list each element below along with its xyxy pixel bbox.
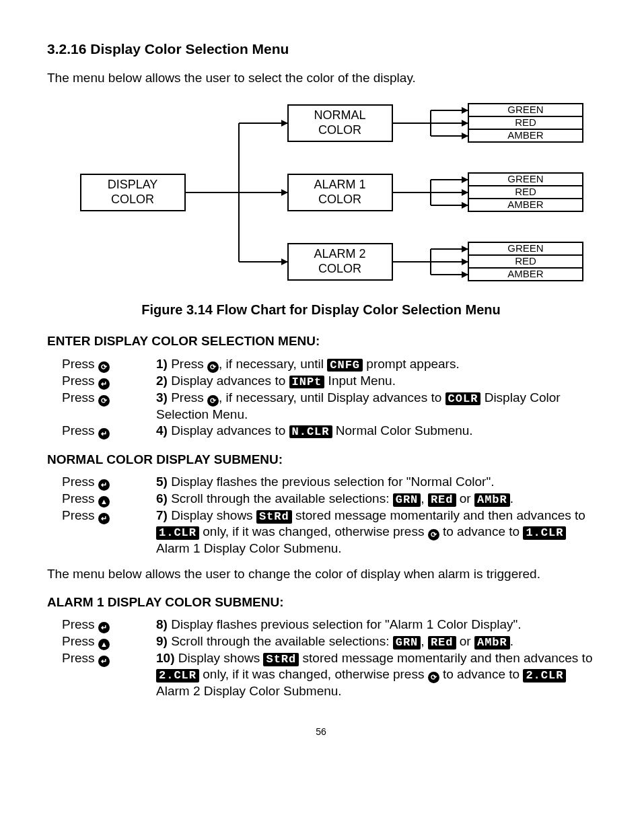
menu-icon: ⟳: [428, 529, 439, 540]
display-code: AMbR: [474, 636, 510, 650]
svg-text:RED: RED: [515, 186, 536, 197]
svg-text:COLOR: COLOR: [318, 123, 361, 137]
display-code: REd: [428, 493, 456, 507]
svg-text:AMBER: AMBER: [507, 268, 544, 279]
enter-heading: ENTER DISPLAY COLOR SELECTION MENU:: [47, 333, 595, 349]
display-code: AMbR: [474, 493, 510, 507]
display-code: 2.CLR: [156, 669, 199, 682]
instruction-step: Press ▲9) Scroll through the available s…: [62, 633, 595, 650]
svg-marker-16: [462, 107, 468, 114]
note-text: The menu below allows the user to change…: [47, 566, 595, 582]
svg-text:ALARM 1: ALARM 1: [314, 178, 365, 191]
svg-text:ALARM 2: ALARM 2: [314, 247, 365, 260]
svg-marker-23: [462, 258, 468, 265]
display-code: StRd: [256, 510, 292, 524]
svg-marker-17: [462, 120, 468, 127]
instruction-step: Press ▲6) Scroll through the available s…: [62, 491, 595, 508]
svg-text:GREEN: GREEN: [507, 104, 543, 115]
svg-text:DISPLAY: DISPLAY: [108, 178, 158, 191]
display-code: 1.CLR: [523, 526, 566, 540]
display-code: GRN: [393, 636, 421, 650]
instruction-step: Press ↵10) Display shows StRd stored mes…: [62, 650, 595, 699]
alarm1-steps: Press ↵8) Display flashes previous selec…: [62, 617, 595, 699]
instruction-step: Press ↵2) Display advances to INPt Input…: [62, 373, 595, 390]
svg-marker-14: [281, 189, 288, 196]
svg-text:RED: RED: [515, 255, 536, 267]
enter-icon: ↵: [98, 513, 110, 524]
flowchart: DISPLAYCOLOR NORMALCOLOR ALARM 1COLOR AL…: [74, 98, 595, 293]
svg-text:COLOR: COLOR: [111, 193, 154, 206]
enter-icon: ↵: [98, 428, 110, 440]
display-code: COLR: [445, 392, 481, 406]
svg-marker-21: [462, 202, 468, 209]
svg-text:AMBER: AMBER: [507, 129, 544, 141]
menu-icon: ⟳: [207, 395, 219, 407]
instruction-step: Press ↵5) Display flashes the previous s…: [62, 474, 595, 491]
svg-marker-24: [462, 271, 468, 278]
up-icon: ▲: [98, 639, 110, 650]
section-heading: 3.2.16 Display Color Selection Menu: [47, 40, 595, 58]
enter-steps: Press ⟳1) Press ⟳, if necessary, until C…: [62, 356, 595, 440]
display-code: StRd: [263, 653, 299, 666]
menu-icon: ⟳: [207, 361, 219, 373]
display-code: 1.CLR: [156, 526, 199, 540]
display-code: CNFG: [327, 359, 363, 372]
svg-marker-20: [462, 189, 468, 196]
figure-caption: Figure 3.14 Flow Chart for Display Color…: [47, 302, 595, 318]
menu-icon: ⟳: [428, 672, 439, 683]
svg-text:AMBER: AMBER: [507, 199, 544, 210]
enter-icon: ↵: [98, 656, 110, 667]
instruction-step: Press ↵7) Display shows StRd stored mess…: [62, 508, 595, 557]
normal-steps: Press ↵5) Display flashes the previous s…: [62, 474, 595, 557]
menu-icon: ⟳: [98, 361, 110, 373]
enter-icon: ↵: [98, 622, 110, 633]
svg-text:GREEN: GREEN: [507, 242, 543, 254]
instruction-step: Press ↵8) Display flashes previous selec…: [62, 617, 595, 633]
normal-heading: NORMAL COLOR DISPLAY SUBMENU:: [47, 452, 595, 468]
instruction-step: Press ⟳3) Press ⟳, if necessary, until D…: [62, 390, 595, 423]
menu-icon: ⟳: [98, 395, 110, 407]
svg-marker-22: [462, 246, 468, 252]
svg-marker-18: [462, 133, 468, 139]
svg-text:COLOR: COLOR: [318, 193, 361, 206]
intro-text: The menu below allows the user to select…: [47, 70, 595, 86]
display-code: INPt: [289, 376, 325, 389]
svg-marker-15: [281, 258, 288, 265]
display-code: REd: [428, 636, 456, 650]
page-number: 56: [47, 726, 595, 738]
svg-text:RED: RED: [515, 116, 536, 128]
svg-text:COLOR: COLOR: [318, 262, 361, 275]
enter-icon: ↵: [98, 378, 110, 390]
instruction-step: Press ↵4) Display advances to N.CLR Norm…: [62, 423, 595, 440]
alarm1-heading: ALARM 1 DISPLAY COLOR SUBMENU:: [47, 594, 595, 610]
up-icon: ▲: [98, 496, 110, 508]
enter-icon: ↵: [98, 479, 110, 491]
display-code: GRN: [393, 493, 421, 507]
instruction-step: Press ⟳1) Press ⟳, if necessary, until C…: [62, 356, 595, 373]
display-code: 2.CLR: [523, 669, 566, 682]
svg-marker-13: [281, 120, 288, 127]
svg-text:NORMAL: NORMAL: [314, 108, 365, 122]
svg-text:GREEN: GREEN: [507, 173, 543, 184]
display-code: N.CLR: [289, 425, 332, 439]
svg-marker-19: [462, 176, 468, 183]
